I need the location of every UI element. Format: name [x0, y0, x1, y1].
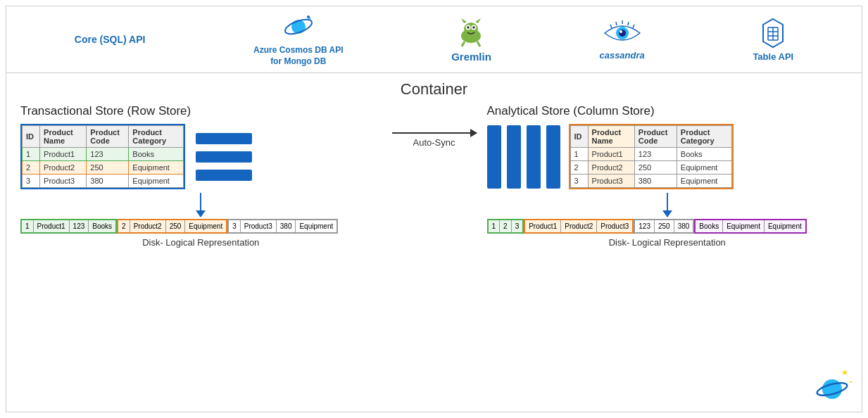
analytical-table: ID ProductName ProductCode ProductCatego… [570, 125, 732, 188]
table-row: 1 Product1 123 Books [23, 148, 184, 161]
col-bars [487, 125, 560, 189]
disk-green-section: 1 Product1 123 Books [20, 219, 117, 234]
right-down-arrow [662, 193, 672, 217]
analytical-inner: ID ProductName ProductCode ProductCatego… [487, 124, 848, 189]
bar-2 [196, 151, 252, 163]
svg-point-15 [619, 30, 626, 37]
left-down-arrow-wrapper [20, 193, 382, 217]
row-bars [196, 133, 252, 181]
arrow-shaft [667, 193, 668, 210]
th-name: ProductName [588, 126, 634, 148]
disk-cell: 250 [655, 220, 674, 232]
sql-api-item: Core (SQL) API [75, 34, 146, 45]
cell-category: Books [129, 148, 184, 161]
disk-cell: 2 [118, 220, 130, 232]
th-category: ProductCategory [677, 126, 731, 148]
table-row: 1 Product1 123 Books [570, 148, 731, 161]
arrowhead-down [662, 210, 672, 217]
disk-cell: Books [89, 220, 115, 232]
right-disk-cells: 1 2 3 Product1 Product2 Product3 123 250 [487, 219, 807, 234]
svg-marker-10 [461, 18, 467, 23]
table-row: 3 Product3 380 Equipment [570, 175, 731, 188]
svg-line-21 [633, 25, 634, 28]
cell-category: Equipment [677, 161, 731, 175]
cell-id: 3 [570, 175, 588, 188]
cosmos-api-label: Azure Cosmos DB APIfor Mongo DB [253, 45, 344, 67]
col-bar-4 [546, 125, 560, 189]
cell-code: 250 [87, 161, 129, 175]
cell-id: 2 [23, 161, 40, 175]
arrow-line [392, 132, 477, 134]
disk-cell: Product3 [597, 220, 632, 232]
cassandra-icon [601, 19, 643, 47]
transactional-table-wrapper: ID ProductName ProductCode ProductCatego… [20, 124, 185, 189]
disk-cell: Product2 [130, 220, 166, 232]
col-bar-3 [527, 125, 541, 189]
transactional-inner: ID ProductName ProductCode ProductCatego… [20, 124, 382, 189]
disk-cell: Equipment [296, 220, 336, 232]
analytical-title: Analytical Store (Column Store) [487, 104, 848, 118]
planet-decoration [811, 368, 853, 403]
cell-code: 250 [634, 161, 677, 175]
sql-api-label: Core (SQL) API [75, 34, 146, 45]
disk-cell: Product1 [525, 220, 561, 232]
disk-name-col: Product1 Product2 Product3 [524, 219, 634, 234]
cell-id: 2 [570, 161, 588, 175]
svg-point-9 [472, 26, 475, 29]
autosync-label: Auto-Sync [413, 137, 455, 148]
disk-code-col: 123 250 380 [634, 219, 694, 234]
analytical-table-wrapper: ID ProductName ProductCode ProductCatego… [569, 124, 734, 189]
disk-cell: 2 [500, 220, 512, 232]
disk-cell: Equipment [185, 220, 226, 232]
cosmos-api-item: Azure Cosmos DB APIfor Mongo DB [253, 11, 344, 67]
svg-marker-31 [850, 381, 853, 383]
disk-cell: Equipment [765, 220, 805, 232]
left-disk-cells: 1 Product1 123 Books 2 Product2 250 Equi… [20, 219, 338, 234]
disk-cell: 123 [635, 220, 655, 232]
disk-cell: Product2 [561, 220, 597, 232]
right-disk-area: 1 2 3 Product1 Product2 Product3 123 250 [487, 193, 848, 248]
table-header-row: ID ProductName ProductCode ProductCatego… [570, 126, 731, 148]
left-down-arrow [196, 193, 206, 217]
col-bar-2 [507, 125, 521, 189]
disk-cell: 3 [229, 220, 241, 232]
col-bar-1 [487, 125, 501, 189]
cassandra-label: cassandra [599, 50, 644, 61]
table-header-row: ID ProductName ProductCode ProductCatego… [23, 126, 184, 148]
transactional-title: Transactional Store (Row Store) [20, 104, 382, 118]
cassandra-api-item: cassandra [599, 19, 644, 61]
svg-point-3 [308, 18, 310, 20]
bottom-section: 1 Product1 123 Books 2 Product2 250 Equi… [20, 193, 848, 248]
cell-name: Product2 [40, 161, 87, 175]
disk-cell: 123 [70, 220, 89, 232]
decoration-area [811, 368, 853, 406]
cell-id: 3 [23, 175, 40, 188]
disk-cell: 1 [22, 220, 34, 232]
cell-name: Product3 [40, 175, 87, 188]
cell-category: Equipment [129, 161, 184, 175]
arrow-shaft [200, 193, 201, 210]
bar-3 [196, 170, 252, 181]
transactional-table: ID ProductName ProductCode ProductCatego… [22, 125, 184, 188]
arrowhead [470, 129, 477, 137]
table-row: 2 Product2 250 Equipment [570, 161, 731, 175]
cell-name: Product2 [588, 161, 634, 175]
cell-code: 380 [634, 175, 677, 188]
bar-1 [196, 133, 252, 144]
cell-name: Product3 [588, 175, 634, 188]
table-api-item: Table API [753, 18, 793, 62]
cell-id: 1 [23, 148, 40, 161]
th-category: ProductCategory [129, 126, 184, 148]
gremlin-icon [452, 16, 491, 48]
th-code: ProductCode [87, 126, 129, 148]
disk-cell: 380 [674, 220, 693, 232]
disk-cell: 380 [277, 220, 296, 232]
svg-line-13 [477, 42, 480, 46]
cell-category: Equipment [129, 175, 184, 188]
disk-orange-section: 2 Product2 250 Equipment [117, 219, 227, 234]
disk-cat-col: Books Equipment Equipment [694, 219, 806, 234]
main-container: Core (SQL) API Azure Cosmos DB APIfor Mo… [6, 6, 862, 412]
cell-name: Product1 [588, 148, 634, 161]
right-down-arrow-wrapper [487, 193, 848, 217]
arrowhead-down [196, 210, 206, 217]
